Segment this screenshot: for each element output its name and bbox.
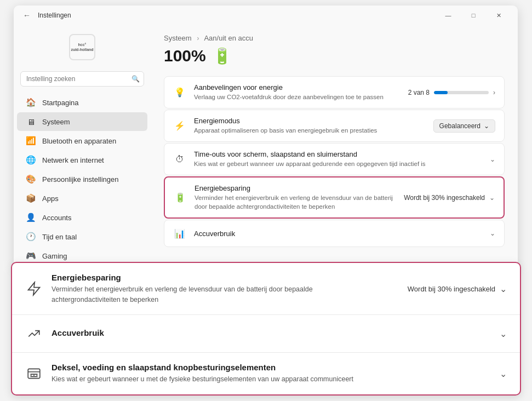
accuverbruik-value: ⌄ (490, 230, 495, 237)
expanded-accuverbruik-info: Accuverbruik (52, 328, 491, 340)
energiemodus-value: Gebalanceerd ⌄ (433, 119, 495, 133)
persoonlijk-icon: 🎨 (26, 174, 36, 184)
expanded-energiebesparing-icon (25, 280, 43, 297)
expanded-energiebesparing-desc: Verminder het energieverbruik en verleng… (52, 284, 399, 305)
chevron-down-icon: ⌄ (484, 122, 489, 130)
expanded-energiebesparing[interactable]: Energiebesparing Verminder het energieve… (12, 263, 520, 316)
sidebar-item-label: Startpagina (42, 99, 79, 107)
sidebar-item-label: Accounts (42, 214, 71, 222)
expanded-deksel[interactable]: Deksel, voeding en slaapstand knopbestur… (12, 353, 520, 394)
maximize-button[interactable]: □ (461, 7, 486, 24)
search-box: 🔍 (20, 71, 144, 87)
expanded-deksel-title: Deksel, voeding en slaapstand knopbestur… (52, 363, 491, 372)
progress-bar-fill (434, 91, 448, 94)
page-title-row: 100% 🔋 (164, 47, 505, 65)
sidebar-item-label: Bluetooth en apparaten (42, 137, 116, 145)
energiemodus-desc: Apparaat optimaliseren op basis van ener… (194, 126, 426, 135)
org-logo: hcc° zuid-holland (69, 34, 95, 60)
sidebar-item-label: Apps (42, 194, 59, 203)
sidebar-item-startpagina[interactable]: 🏠 Startpagina (17, 93, 147, 112)
expanded-panel: Energiebesparing Verminder het energieve… (11, 262, 521, 396)
accounts-icon: 👤 (26, 213, 36, 222)
setting-accuverbruik[interactable]: 📊 Accuverbruik ⌄ (164, 220, 505, 247)
breadcrumb: Systeem › Aan/uit en accu (164, 34, 505, 42)
aanbevelingen-info: Aanbevelingen voor energie Verlaag uw CO… (194, 83, 401, 101)
sidebar-item-netwerk[interactable]: 🌐 Netwerk en internet (17, 151, 147, 169)
sidebar-item-systeem[interactable]: 🖥 Systeem (17, 112, 147, 131)
chevron-right-icon: › (493, 89, 495, 96)
accuverbruik-icon: 📊 (173, 227, 186, 240)
energiebesparing-info: Energiebesparing Verminder het energieve… (195, 184, 396, 211)
window-controls: — □ ✕ (436, 7, 511, 24)
search-icon: 🔍 (131, 75, 140, 83)
aanbevelingen-icon: 💡 (173, 86, 186, 99)
setting-energiemodus[interactable]: ⚡ Energiemodus Apparaat optimaliseren op… (164, 110, 505, 142)
tijd-icon: 🕐 (26, 232, 36, 242)
expanded-energiebesparing-title: Energiebesparing (52, 273, 399, 282)
back-button[interactable]: ← (20, 9, 33, 22)
netwerk-icon: 🌐 (26, 155, 36, 165)
progress-bar-wrap (434, 91, 489, 94)
close-button[interactable]: ✕ (486, 7, 511, 24)
sidebar-item-persoonlijk[interactable]: 🎨 Persoonlijke instellingen (17, 170, 147, 188)
sidebar-item-label: Gaming (42, 252, 67, 260)
expanded-accuverbruik[interactable]: Accuverbruik ⌄ (12, 315, 520, 353)
sidebar-item-label: Netwerk en internet (42, 156, 104, 164)
timeouts-info: Time-outs voor scherm, slaapstand en slu… (194, 150, 482, 168)
expanded-deksel-desc: Kies wat er gebeurt wanneer u met de fys… (52, 374, 491, 385)
chevron-down-icon: ⌄ (490, 230, 495, 237)
sidebar-item-bluetooth[interactable]: 📶 Bluetooth en apparaten (17, 131, 147, 150)
logo-area: hcc° zuid-holland (14, 30, 151, 69)
expanded-energiebesparing-value: Wordt bij 30% ingeschakeld ⌄ (408, 284, 507, 294)
dropdown-label: Gebalanceerd (439, 122, 480, 130)
accuverbruik-title: Accuverbruik (194, 230, 482, 238)
sidebar-item-label: Persoonlijke instellingen (42, 175, 118, 184)
timeouts-icon: ⏱ (173, 153, 186, 166)
energiebesparing-icon: 🔋 (174, 191, 187, 204)
timeouts-value: ⌄ (490, 156, 495, 163)
sidebar-item-tijd[interactable]: 🕐 Tijd en taal (17, 227, 147, 246)
energiemodus-icon: ⚡ (173, 119, 186, 133)
systeem-icon: 🖥 (26, 117, 36, 127)
breadcrumb-current: Aan/uit en accu (204, 34, 253, 42)
energiemodus-info: Energiemodus Apparaat optimaliseren op b… (194, 117, 426, 135)
minimize-button[interactable]: — (436, 7, 461, 24)
chevron-down-icon: ⌄ (490, 156, 495, 163)
battery-icon: 🔋 (213, 47, 232, 65)
energiemodus-title: Energiemodus (194, 117, 426, 125)
expanded-deksel-value: ⌄ (500, 369, 507, 379)
sidebar-item-accounts[interactable]: 👤 Accounts (17, 208, 147, 227)
breadcrumb-parent[interactable]: Systeem (164, 34, 192, 42)
sidebar: hcc° zuid-holland 🔍 🏠 Startpagina 🖥 Syst… (14, 25, 151, 268)
apps-icon: 📦 (26, 193, 36, 203)
aanbevelingen-value: 2 van 8 › (408, 89, 495, 96)
expanded-accuverbruik-value: ⌄ (500, 329, 507, 339)
chevron-down-icon: ⌄ (489, 194, 495, 202)
breadcrumb-separator: › (197, 34, 199, 42)
energiebesparing-value: Wordt bij 30% ingeschakeld ⌄ (404, 194, 495, 202)
page-title: 100% (164, 47, 206, 65)
setting-energiebesparing[interactable]: 🔋 Energiebesparing Verminder het energie… (164, 176, 505, 219)
sidebar-item-apps[interactable]: 📦 Apps (17, 189, 147, 208)
timeouts-title: Time-outs voor scherm, slaapstand en slu… (194, 150, 482, 158)
expanded-energiebesparing-status: Wordt bij 30% ingeschakeld (408, 285, 495, 293)
energiebesparing-status: Wordt bij 30% ingeschakeld (404, 194, 485, 202)
energiebesparing-desc: Verminder het energieverbruik en verleng… (195, 193, 396, 211)
home-icon: 🏠 (26, 98, 36, 107)
gaming-icon: 🎮 (26, 251, 36, 261)
expanded-chevron-down-icon: ⌄ (500, 329, 507, 339)
expanded-accuverbruik-title: Accuverbruik (52, 328, 491, 337)
expanded-chevron-down-icon: ⌄ (500, 284, 507, 294)
expanded-deksel-icon (25, 365, 43, 382)
accuverbruik-info: Accuverbruik (194, 230, 482, 238)
setting-aanbevelingen[interactable]: 💡 Aanbevelingen voor energie Verlaag uw … (164, 76, 505, 108)
main-content: Systeem › Aan/uit en accu 100% 🔋 💡 Aanbe… (151, 25, 518, 268)
window-title: Instellingen (38, 12, 71, 19)
setting-timeouts[interactable]: ⏱ Time-outs voor scherm, slaapstand en s… (164, 143, 505, 175)
settings-window: ← Instellingen — □ ✕ hcc° zuid-holland 🔍… (14, 5, 518, 268)
expanded-energiebesparing-info: Energiebesparing Verminder het energieve… (52, 273, 399, 305)
titlebar: ← Instellingen — □ ✕ (14, 5, 518, 25)
search-input[interactable] (20, 71, 144, 87)
energiemodus-dropdown[interactable]: Gebalanceerd ⌄ (433, 119, 495, 133)
window-body: hcc° zuid-holland 🔍 🏠 Startpagina 🖥 Syst… (14, 25, 518, 268)
